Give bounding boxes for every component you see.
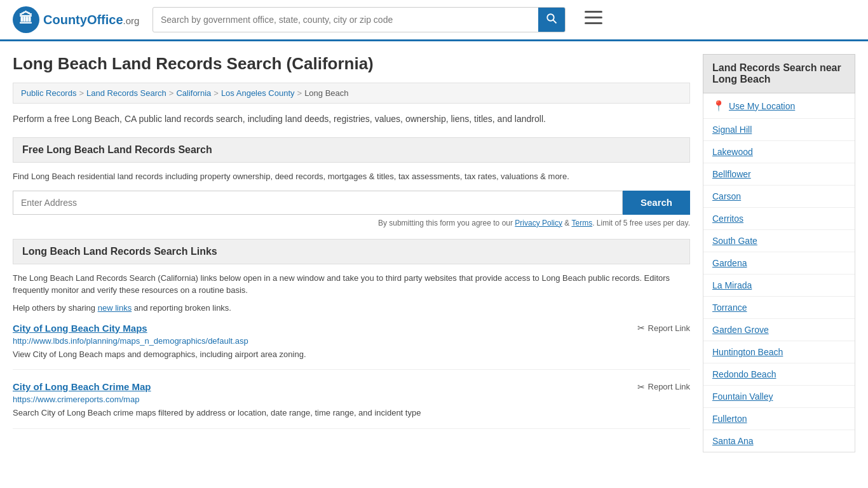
sidebar-location-item[interactable]: Huntington Beach: [703, 341, 855, 363]
link-description: View City of Long Beach maps and demogra…: [13, 348, 690, 361]
sidebar-title: Land Records Search near Long Beach: [703, 54, 855, 93]
land-search-box: Find Long Beach residential land records…: [13, 170, 690, 227]
sidebar-list: 📍 Use My Location Signal HillLakewoodBel…: [703, 93, 855, 452]
sidebar-location-item[interactable]: Santa Ana: [703, 430, 855, 452]
sidebar: Land Records Search near Long Beach 📍 Us…: [703, 54, 855, 452]
sidebar-location-item[interactable]: Signal Hill: [703, 119, 855, 141]
svg-rect-5: [585, 17, 602, 18]
page-title: Long Beach Land Records Search (Californ…: [13, 54, 690, 74]
breadcrumb-long-beach: Long Beach: [304, 88, 348, 98]
header-search-input[interactable]: [153, 10, 538, 30]
terms-link[interactable]: Terms: [571, 219, 592, 227]
share-links-text: Help others by sharing new links and rep…: [13, 303, 690, 313]
privacy-policy-link[interactable]: Privacy Policy: [515, 219, 562, 227]
link-url[interactable]: https://www.crimereports.com/map: [13, 395, 690, 404]
sidebar-location-link[interactable]: South Gate: [712, 236, 757, 246]
sidebar-location-link[interactable]: La Mirada: [712, 280, 752, 290]
report-link-button[interactable]: ✂ Report Link: [637, 323, 690, 333]
sidebar-location-item[interactable]: Lakewood: [703, 141, 855, 163]
location-pin-icon: 📍: [712, 100, 725, 112]
svg-text:🏛: 🏛: [19, 10, 33, 27]
svg-rect-6: [585, 22, 602, 24]
link-url[interactable]: http://www.lbds.info/planning/maps_n_dem…: [13, 336, 690, 346]
content-area: Long Beach Land Records Search (Californ…: [13, 54, 690, 452]
sidebar-location-item[interactable]: Torrance: [703, 297, 855, 319]
sidebar-location-item[interactable]: La Mirada: [703, 274, 855, 297]
sidebar-location-link[interactable]: Fountain Valley: [712, 391, 773, 402]
sidebar-location-link[interactable]: Fullerton: [712, 414, 747, 424]
logo-icon: 🏛: [13, 6, 39, 33]
logo-text: CountyOffice.org: [43, 13, 139, 27]
sidebar-location-item[interactable]: Bellflower: [703, 163, 855, 186]
link-item: City of Long Beach Crime Map ✂ Report Li…: [13, 381, 690, 429]
link-item-title[interactable]: City of Long Beach Crime Map: [13, 381, 151, 392]
link-items-list: City of Long Beach City Maps ✂ Report Li…: [13, 323, 690, 429]
sidebar-location-link[interactable]: Lakewood: [712, 147, 753, 157]
breadcrumb: Public Records > Land Records Search > C…: [13, 83, 690, 104]
sidebar-location-link[interactable]: Huntington Beach: [712, 347, 783, 357]
use-my-location-link[interactable]: Use My Location: [729, 101, 795, 111]
link-item: City of Long Beach City Maps ✂ Report Li…: [13, 323, 690, 370]
header: 🏛 CountyOffice.org: [0, 0, 868, 41]
main-layout: Long Beach Land Records Search (Californ…: [0, 41, 868, 465]
sidebar-location-link[interactable]: Gardena: [712, 258, 747, 268]
links-section-header: Long Beach Land Records Search Links: [13, 239, 690, 264]
hamburger-menu-icon[interactable]: [585, 11, 602, 29]
form-disclaimer: By submitting this form you agree to our…: [13, 219, 690, 227]
search-button[interactable]: Search: [623, 191, 690, 215]
report-icon: ✂: [637, 382, 645, 392]
address-form: Search: [13, 191, 690, 215]
sidebar-location-item[interactable]: Garden Grove: [703, 319, 855, 341]
header-search-bar: [153, 7, 566, 32]
free-search-header: Free Long Beach Land Records Search: [13, 137, 690, 163]
breadcrumb-los-angeles-county[interactable]: Los Angeles County: [221, 88, 295, 98]
sidebar-location-item[interactable]: South Gate: [703, 230, 855, 252]
svg-line-3: [553, 20, 557, 24]
use-my-location-item[interactable]: 📍 Use My Location: [703, 93, 855, 119]
sidebar-location-link[interactable]: Signal Hill: [712, 125, 752, 135]
report-link-button[interactable]: ✂ Report Link: [637, 382, 690, 392]
sidebar-location-link[interactable]: Cerritos: [712, 214, 743, 224]
sidebar-location-link[interactable]: Santa Ana: [712, 436, 754, 446]
sidebar-location-item[interactable]: Carson: [703, 186, 855, 208]
sidebar-locations-list: Signal HillLakewoodBellflowerCarsonCerri…: [703, 119, 855, 452]
address-input[interactable]: [13, 191, 623, 215]
link-item-title[interactable]: City of Long Beach City Maps: [13, 323, 147, 334]
links-section: Long Beach Land Records Search Links The…: [13, 239, 690, 429]
sidebar-location-link[interactable]: Garden Grove: [712, 325, 769, 335]
report-link-label: Report Link: [648, 323, 690, 333]
sidebar-location-link[interactable]: Bellflower: [712, 169, 751, 179]
breadcrumb-california[interactable]: California: [176, 88, 211, 98]
page-description: Perform a free Long Beach, CA public lan…: [13, 112, 690, 126]
logo[interactable]: 🏛 CountyOffice.org: [13, 6, 140, 33]
land-search-description: Find Long Beach residential land records…: [13, 170, 690, 183]
header-search-button[interactable]: [538, 8, 565, 32]
links-description: The Long Beach Land Records Search (Cali…: [13, 272, 690, 297]
link-description: Search City of Long Beach crime maps fil…: [13, 407, 690, 419]
sidebar-location-item[interactable]: Redondo Beach: [703, 363, 855, 386]
sidebar-location-item[interactable]: Cerritos: [703, 208, 855, 230]
breadcrumb-public-records[interactable]: Public Records: [21, 88, 76, 98]
breadcrumb-land-records-search[interactable]: Land Records Search: [86, 88, 166, 98]
link-item-header: City of Long Beach City Maps ✂ Report Li…: [13, 323, 690, 334]
sidebar-location-link[interactable]: Carson: [712, 191, 741, 201]
sidebar-location-item[interactable]: Fountain Valley: [703, 386, 855, 408]
sidebar-location-link[interactable]: Torrance: [712, 302, 747, 313]
sidebar-location-item[interactable]: Gardena: [703, 252, 855, 274]
report-link-label: Report Link: [648, 382, 690, 391]
svg-point-2: [547, 14, 554, 21]
new-links-link[interactable]: new links: [98, 303, 132, 313]
sidebar-location-item[interactable]: Fullerton: [703, 408, 855, 430]
report-icon: ✂: [637, 323, 645, 333]
svg-rect-4: [585, 11, 602, 13]
link-item-header: City of Long Beach Crime Map ✂ Report Li…: [13, 381, 690, 392]
sidebar-location-link[interactable]: Redondo Beach: [712, 369, 776, 379]
